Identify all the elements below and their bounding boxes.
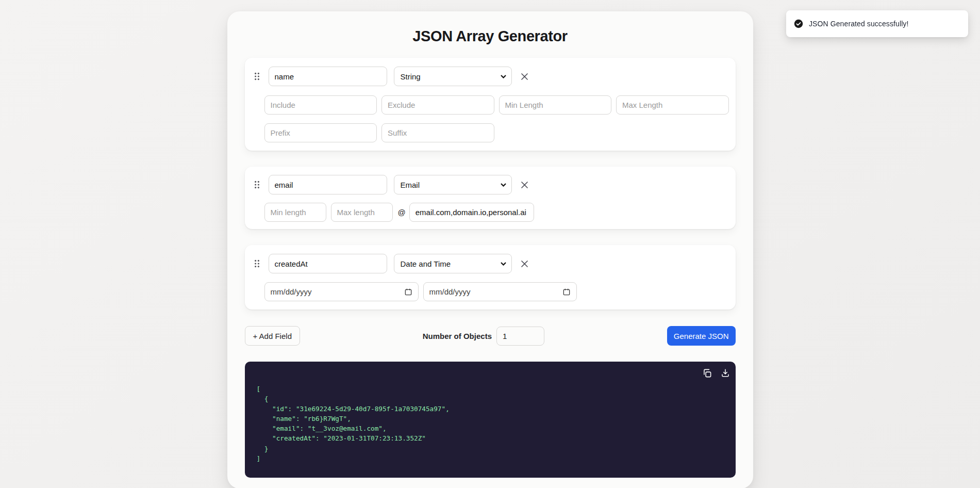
field-card-email: Email @: [245, 167, 736, 229]
page-title: JSON Array Generator: [245, 28, 736, 45]
end-date-input[interactable]: mm/dd/yyyy: [423, 282, 577, 301]
email-domains-input[interactable]: [409, 203, 534, 222]
include-input[interactable]: [264, 95, 377, 115]
field-type-select[interactable]: Date and Time: [394, 254, 512, 273]
remove-field-button[interactable]: [519, 70, 531, 83]
chevron-down-icon: [501, 183, 506, 187]
download-icon: [721, 368, 730, 378]
close-icon: [521, 260, 528, 268]
controls-row: + Add Field Number of Objects Generate J…: [245, 326, 736, 346]
prefix-input[interactable]: [264, 123, 377, 142]
field-type-select[interactable]: Email: [394, 175, 512, 194]
drag-handle-icon[interactable]: [254, 72, 260, 80]
number-of-objects-input[interactable]: [496, 327, 544, 346]
calendar-icon: [562, 288, 571, 296]
remove-field-button[interactable]: [519, 257, 531, 270]
close-icon: [521, 181, 528, 189]
copy-icon: [702, 368, 712, 378]
json-output-panel: [ { "id": "31e69224-5d29-40d7-895f-1a703…: [245, 362, 736, 478]
close-icon: [521, 73, 528, 80]
calendar-icon: [404, 288, 412, 296]
json-output-code: [ { "id": "31e69224-5d29-40d7-895f-1a703…: [245, 362, 736, 463]
field-type-select[interactable]: String: [394, 67, 512, 86]
email-min-length-input[interactable]: [264, 203, 326, 222]
copy-button[interactable]: [702, 368, 712, 379]
at-symbol: @: [398, 208, 406, 217]
suffix-input[interactable]: [381, 123, 494, 142]
field-card-createdAt: Date and Time mm/dd/yyyy: [245, 245, 736, 310]
app-card: JSON Array Generator String: [227, 11, 753, 488]
remove-field-button[interactable]: [519, 178, 531, 191]
email-max-length-input[interactable]: [331, 203, 393, 222]
max-length-input[interactable]: [616, 95, 729, 115]
generate-json-button[interactable]: Generate JSON: [667, 326, 736, 346]
drag-handle-icon[interactable]: [254, 259, 260, 268]
field-name-input[interactable]: [269, 175, 387, 194]
exclude-input[interactable]: [381, 95, 494, 115]
start-date-input[interactable]: mm/dd/yyyy: [264, 282, 419, 301]
toast-notification: JSON Generated successfully!: [786, 10, 968, 37]
min-length-input[interactable]: [499, 95, 612, 115]
check-circle-icon: [794, 19, 803, 28]
field-name-input[interactable]: [269, 254, 387, 273]
field-name-input[interactable]: [269, 67, 387, 86]
download-button[interactable]: [720, 368, 730, 379]
add-field-button[interactable]: + Add Field: [245, 326, 300, 346]
field-card-name: String: [245, 58, 736, 151]
toast-message: JSON Generated successfully!: [809, 20, 908, 28]
chevron-down-icon: [501, 75, 506, 78]
chevron-down-icon: [501, 262, 506, 266]
drag-handle-icon[interactable]: [254, 181, 260, 189]
number-of-objects-label: Number of Objects: [423, 332, 492, 340]
